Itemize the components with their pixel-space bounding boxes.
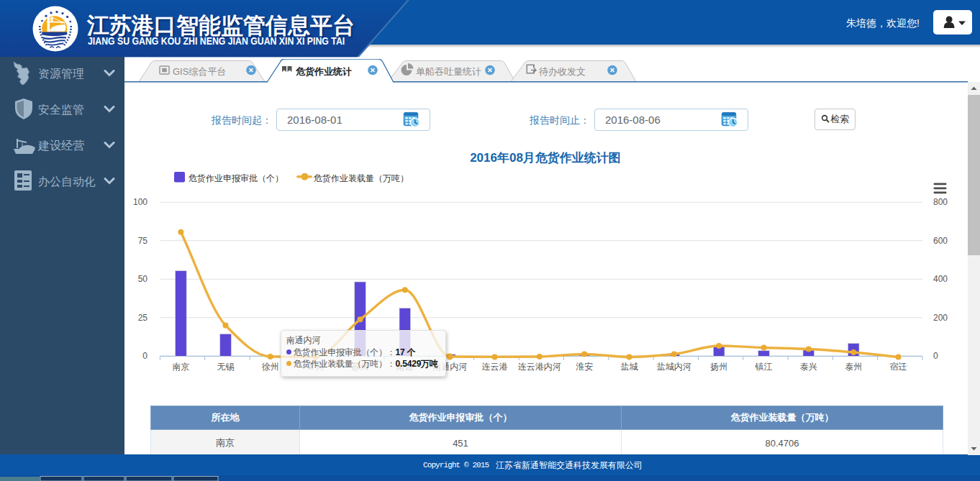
svg-text:400: 400 — [933, 274, 948, 284]
svg-text:连云港内河: 连云港内河 — [518, 362, 561, 372]
svg-text:200: 200 — [933, 313, 948, 323]
svg-text:50: 50 — [138, 274, 148, 284]
svg-text:泰兴: 泰兴 — [800, 362, 817, 372]
svg-text:盐城内河: 盐城内河 — [657, 362, 691, 372]
svg-text:无锡: 无锡 — [217, 362, 235, 372]
svg-text:0: 0 — [142, 351, 148, 361]
svg-text:连云港: 连云港 — [482, 362, 508, 372]
svg-text:盐城: 盐城 — [621, 362, 638, 372]
svg-text:镇江: 镇江 — [755, 362, 773, 372]
svg-text:100: 100 — [133, 197, 148, 207]
svg-text:南京: 南京 — [172, 362, 189, 372]
svg-text:徐州: 徐州 — [262, 362, 279, 372]
svg-text:25: 25 — [138, 313, 148, 323]
svg-text:800: 800 — [933, 197, 948, 207]
svg-text:泰州: 泰州 — [845, 362, 862, 372]
svg-text:0: 0 — [933, 351, 938, 361]
svg-text:75: 75 — [138, 236, 148, 246]
svg-text:宿迁: 宿迁 — [890, 362, 907, 372]
svg-text:600: 600 — [933, 236, 948, 246]
svg-text:淮安: 淮安 — [576, 362, 593, 372]
svg-text:扬州: 扬州 — [709, 362, 727, 372]
